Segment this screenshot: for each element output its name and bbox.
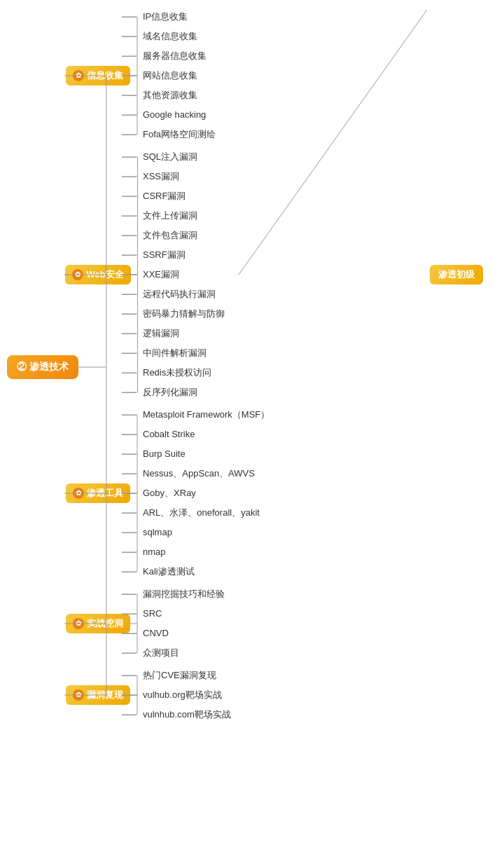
leaf-item: 远程代码执行漏洞	[139, 288, 216, 301]
list-item: Cobalt Strike	[119, 425, 270, 444]
leaf-item: 漏洞挖掘技巧和经验	[139, 588, 225, 600]
items-practice: 漏洞挖掘技巧和经验 SRC CNVD 众测项目	[119, 584, 225, 663]
h-line	[122, 675, 136, 676]
leaf-item: sqlmap	[139, 526, 172, 539]
list-item: sqlmap	[119, 523, 270, 542]
leaf-item: SRC	[139, 607, 162, 620]
list-item: 远程代码执行漏洞	[119, 284, 225, 304]
category-icon-tools: ✿	[73, 488, 84, 499]
leaf-item: CSRF漏洞	[139, 190, 186, 202]
right-label: 渗透初级	[430, 265, 483, 284]
h-line	[122, 294, 136, 295]
list-item: SQL注入漏洞	[119, 147, 225, 167]
category-icon-info: ✿	[73, 70, 84, 81]
leaf-item: IP信息收集	[139, 11, 188, 23]
list-item: 域名信息收集	[119, 27, 216, 46]
list-item: Nessus、AppScan、AWVS	[119, 464, 270, 483]
h-line	[122, 594, 136, 595]
h-line	[122, 275, 136, 275]
list-item: Kali渗透测试	[119, 562, 270, 582]
h-line	[122, 177, 136, 177]
h-line	[122, 633, 136, 634]
list-item: Burp Suite	[119, 444, 270, 464]
category-label-reproduce: 漏洞复现	[87, 689, 123, 701]
h-line	[122, 196, 136, 197]
h-line	[122, 353, 136, 354]
list-item: XXE漏洞	[119, 265, 225, 284]
list-item: Fofa网络空间测绘	[119, 125, 216, 144]
list-item: 网站信息收集	[119, 66, 216, 85]
leaf-item: ARL、水泽、oneforall、yakit	[139, 507, 260, 519]
leaf-item: 网站信息收集	[139, 69, 197, 82]
leaf-item: XSS漏洞	[139, 170, 179, 183]
leaf-item: Metasploit Framework（MSF）	[139, 408, 270, 421]
h-line	[122, 76, 136, 76]
h-line	[122, 56, 136, 57]
h-line	[122, 373, 136, 373]
list-item: 漏洞挖掘技巧和经验	[119, 584, 225, 604]
list-item: 众测项目	[119, 643, 225, 663]
h-line	[122, 36, 136, 37]
leaf-item: 热门CVE漏洞复现	[139, 669, 216, 682]
category-label-tools: 渗透工具	[87, 487, 123, 500]
list-item: IP信息收集	[119, 7, 216, 27]
leaf-item: Google hacking	[139, 109, 206, 121]
h-line	[122, 695, 136, 696]
leaf-item: nmap	[139, 546, 166, 558]
section-reproduce: ✿ 漏洞复现 热门CVE漏洞复现 vulhub.org靶场实战 vulnhub.…	[77, 666, 504, 724]
list-item: 其他资源收集	[119, 85, 216, 105]
leaf-item: Kali渗透测试	[139, 565, 195, 578]
list-item: 文件包含漏洞	[119, 226, 225, 245]
list-item: CNVD	[119, 624, 225, 643]
leaf-item: XXE漏洞	[139, 268, 179, 281]
h-line	[122, 572, 136, 572]
h-line	[122, 513, 136, 514]
leaf-item: 文件包含漏洞	[139, 229, 197, 242]
h-line	[122, 614, 136, 614]
h-line	[122, 235, 136, 236]
h-line	[122, 552, 136, 553]
list-item: 中间件解析漏洞	[119, 343, 225, 363]
leaf-item: SQL注入漏洞	[139, 151, 197, 163]
root-node: ② 渗透技术	[7, 355, 78, 379]
leaf-item: Redis未授权访问	[139, 366, 211, 379]
list-item: 热门CVE漏洞复现	[119, 666, 231, 685]
list-item: vulhub.org靶场实战	[119, 685, 231, 705]
list-item: 服务器信息收集	[119, 46, 216, 66]
category-icon-practice: ✿	[73, 618, 84, 629]
h-line	[122, 157, 136, 158]
h-line	[122, 415, 136, 415]
mind-map: ② 渗透技术 ✿ 信息收集 IP信息收集 域名信息收集 服务器	[0, 0, 504, 734]
category-icon-reproduce: ✿	[73, 689, 84, 701]
list-item: vulnhub.com靶场实战	[119, 705, 231, 724]
list-item: ARL、水泽、oneforall、yakit	[119, 503, 270, 523]
list-item: XSS漏洞	[119, 167, 225, 186]
right-label-text: 渗透初级	[438, 269, 475, 280]
h-line	[122, 314, 136, 315]
list-item: SSRF漏洞	[119, 245, 225, 265]
list-item: 逻辑漏洞	[119, 324, 225, 343]
h-line	[122, 334, 136, 334]
leaf-item: 逻辑漏洞	[139, 327, 179, 340]
leaf-item: 中间件解析漏洞	[139, 347, 206, 359]
h-line	[122, 135, 136, 135]
category-label-practice: 实战挖洞	[87, 617, 123, 630]
items-info: IP信息收集 域名信息收集 服务器信息收集 网站信息收集 其他资源收集 Goog…	[119, 7, 216, 144]
list-item: CSRF漏洞	[119, 186, 225, 206]
list-item: 密码暴力猜解与防御	[119, 304, 225, 324]
category-label-web: Web安全	[86, 268, 123, 281]
leaf-item: 众测项目	[139, 647, 179, 659]
leaf-item: Nessus、AppScan、AWVS	[139, 467, 255, 480]
leaf-item: 服务器信息收集	[139, 50, 206, 62]
leaf-item: 文件上传漏洞	[139, 209, 197, 222]
list-item: nmap	[119, 542, 270, 562]
list-item: SRC	[119, 604, 225, 624]
items-tools: Metasploit Framework（MSF） Cobalt Strike …	[119, 405, 270, 582]
h-line	[122, 493, 136, 494]
list-item: Metasploit Framework（MSF）	[119, 405, 270, 425]
list-item: Google hacking	[119, 105, 216, 125]
h-line	[122, 653, 136, 654]
list-item: 反序列化漏洞	[119, 383, 225, 402]
section-practice: ✿ 实战挖洞 漏洞挖掘技巧和经验 SRC CNVD 众测项目	[77, 584, 504, 663]
h-line	[122, 454, 136, 455]
